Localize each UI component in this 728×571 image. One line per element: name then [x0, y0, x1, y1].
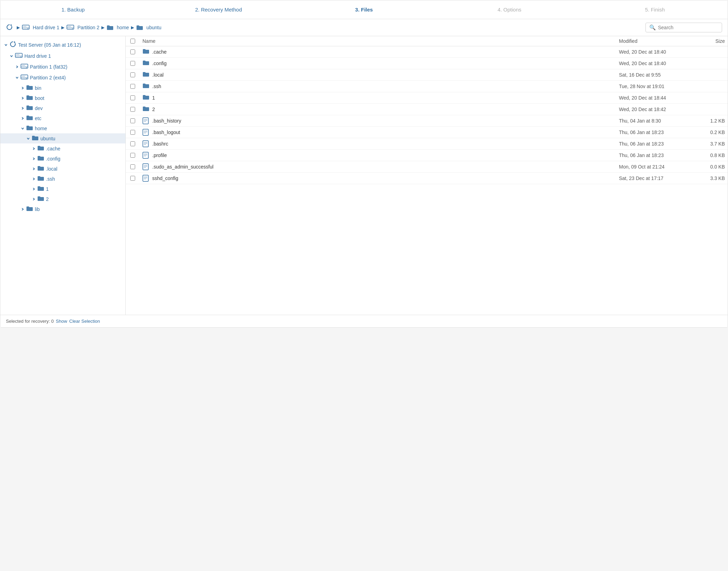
file-check-f9[interactable]	[126, 141, 140, 146]
checkbox-f2[interactable]	[130, 61, 135, 66]
tree-label-1-sub: 1	[46, 186, 49, 192]
file-check-f12[interactable]	[126, 176, 140, 181]
breadcrumb-root[interactable]	[6, 24, 15, 32]
backup-icon-server	[9, 41, 16, 49]
checkbox-f6[interactable]	[130, 107, 135, 112]
svg-rect-0	[22, 25, 29, 29]
checkbox-f11[interactable]	[130, 164, 135, 169]
tree-toggle-part1[interactable]	[14, 64, 20, 70]
file-name-f4[interactable]: .ssh	[140, 83, 616, 90]
sidebar-item-part1[interactable]: Partition 1 (fat32)	[0, 61, 125, 72]
sidebar-item-part2[interactable]: Partition 2 (ext4)	[0, 72, 125, 83]
folder-icon-f4	[142, 83, 149, 90]
tree-toggle-ubuntu[interactable]	[25, 136, 31, 141]
file-name-f9[interactable]: .bashrc	[140, 140, 616, 147]
file-size-f12: 3.3 KB	[693, 175, 728, 181]
checkbox-f1[interactable]	[130, 49, 135, 54]
wizard-step-backup[interactable]: 1. Backup	[0, 0, 146, 19]
drive-icon-part2	[21, 74, 28, 81]
file-size-f9: 3.7 KB	[693, 141, 728, 147]
sidebar-item-home[interactable]: home	[0, 123, 125, 133]
checkbox-f12[interactable]	[130, 176, 135, 181]
sidebar-item-etc[interactable]: etc	[0, 113, 125, 123]
breadcrumb-hard-drive-1[interactable]: Hard drive 1	[22, 24, 59, 31]
breadcrumb-label-1: Partition 2	[77, 25, 99, 30]
file-name-f6[interactable]: 2	[140, 106, 616, 113]
tree-toggle-boot[interactable]	[20, 95, 25, 101]
tree-toggle-part2[interactable]	[14, 75, 20, 80]
checkbox-f8[interactable]	[130, 130, 135, 135]
file-check-f7[interactable]	[126, 118, 140, 123]
file-list: Name Modified Size .cacheWed, 20 Dec at …	[126, 36, 728, 315]
select-all-checkbox[interactable]	[130, 39, 135, 44]
sidebar-item-ubuntu[interactable]: ubuntu	[0, 133, 125, 143]
tree-toggle-dev[interactable]	[20, 105, 25, 111]
tree-toggle-2-sub[interactable]	[31, 196, 37, 202]
tree-toggle-bin[interactable]	[20, 85, 25, 91]
file-name-f10[interactable]: .profile	[140, 152, 616, 159]
checkbox-f10[interactable]	[130, 153, 135, 158]
file-modified-f10: Thu, 06 Jan at 18:23	[616, 152, 693, 158]
file-name-f11[interactable]: .sudo_as_admin_successful	[140, 163, 616, 170]
sidebar-item-local-sub[interactable]: .local	[0, 164, 125, 174]
breadcrumb-sep-1: ▶	[61, 25, 64, 30]
file-name-f5[interactable]: 1	[140, 94, 616, 101]
tree-toggle-cache-sub[interactable]	[31, 146, 37, 151]
sidebar-item-cache-sub[interactable]: .cache	[0, 143, 125, 154]
file-check-f1[interactable]	[126, 49, 140, 54]
breadcrumb-ubuntu[interactable]: ubuntu	[136, 25, 161, 30]
breadcrumb-partition-2[interactable]: Partition 2	[67, 24, 99, 31]
tree-toggle-lib[interactable]	[20, 206, 25, 212]
tree-toggle-config-sub[interactable]	[31, 156, 37, 162]
checkbox-f5[interactable]	[130, 95, 135, 100]
file-name-f3[interactable]: .local	[140, 71, 616, 78]
sidebar-item-2-sub[interactable]: 2	[0, 194, 125, 204]
tree-toggle-hd1[interactable]	[9, 53, 14, 59]
file-name-text-f3: .local	[152, 72, 164, 78]
sidebar-item-1-sub[interactable]: 1	[0, 184, 125, 194]
status-bar: Selected for recovery: 0 Show Clear Sele…	[0, 315, 728, 327]
file-check-f11[interactable]	[126, 164, 140, 169]
file-name-f8[interactable]: .bash_logout	[140, 129, 616, 136]
tree-toggle-server[interactable]	[3, 42, 9, 48]
sidebar-item-ssh-sub[interactable]: .ssh	[0, 174, 125, 184]
sidebar-item-bin[interactable]: bin	[0, 83, 125, 93]
sidebar-item-lib[interactable]: lib	[0, 204, 125, 214]
checkbox-f9[interactable]	[130, 141, 135, 146]
sidebar-item-boot[interactable]: boot	[0, 93, 125, 103]
sidebar-item-config-sub[interactable]: .config	[0, 154, 125, 164]
search-input[interactable]	[658, 25, 718, 30]
wizard-step-finish[interactable]: 5. Finish	[582, 0, 728, 19]
file-check-f8[interactable]	[126, 130, 140, 135]
show-link[interactable]: Show	[56, 319, 67, 324]
file-check-f10[interactable]	[126, 153, 140, 158]
tree-toggle-local-sub[interactable]	[31, 166, 37, 172]
file-check-f6[interactable]	[126, 107, 140, 112]
checkbox-f7[interactable]	[130, 118, 135, 123]
sidebar-item-server[interactable]: Test Server (05 Jan at 16:12)	[0, 39, 125, 50]
file-check-f4[interactable]	[126, 84, 140, 89]
breadcrumb-home[interactable]: home	[107, 25, 129, 30]
wizard-step-recovery-method[interactable]: 2. Recovery Method	[146, 0, 292, 19]
wizard-step-files[interactable]: 3. Files	[291, 0, 437, 19]
tree-toggle-ssh-sub[interactable]	[31, 176, 37, 182]
tree-toggle-home[interactable]	[20, 126, 25, 131]
file-name-f2[interactable]: .config	[140, 60, 616, 67]
file-check-f5[interactable]	[126, 95, 140, 100]
file-check-f2[interactable]	[126, 61, 140, 66]
checkbox-f4[interactable]	[130, 84, 135, 89]
file-check-f3[interactable]	[126, 72, 140, 77]
tree-toggle-1-sub[interactable]	[31, 186, 37, 192]
search-box[interactable]: 🔍	[645, 23, 722, 32]
checkbox-f3[interactable]	[130, 72, 135, 77]
sidebar-tree: Test Server (05 Jan at 16:12)Hard drive …	[0, 36, 126, 315]
clear-selection-link[interactable]: Clear Selection	[69, 319, 100, 324]
file-name-f7[interactable]: .bash_history	[140, 117, 616, 124]
sidebar-item-dev[interactable]: dev	[0, 103, 125, 113]
tree-toggle-etc[interactable]	[20, 116, 25, 121]
sidebar-item-hd1[interactable]: Hard drive 1	[0, 50, 125, 61]
file-name-f12[interactable]: sshd_config	[140, 175, 616, 182]
file-name-f1[interactable]: .cache	[140, 48, 616, 55]
file-row-f1: .cacheWed, 20 Dec at 18:40	[126, 46, 728, 58]
wizard-step-options[interactable]: 4. Options	[437, 0, 582, 19]
